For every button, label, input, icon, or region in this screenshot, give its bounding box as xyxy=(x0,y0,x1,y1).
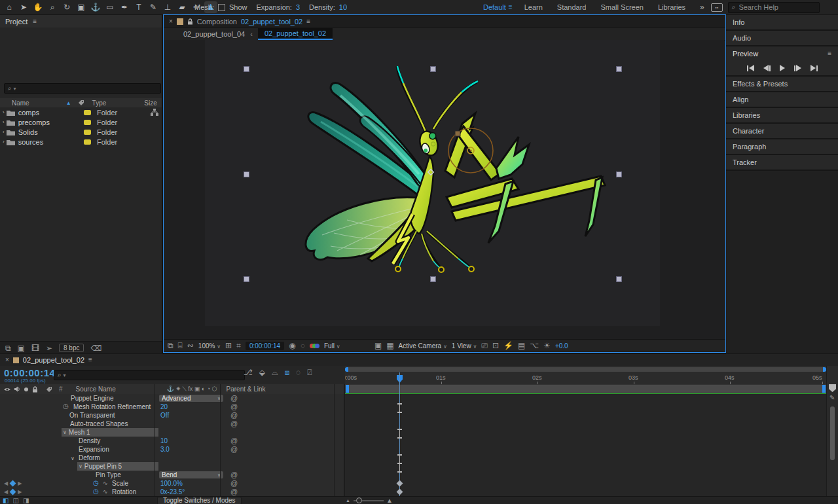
new-composition-icon[interactable]: 🎞 xyxy=(31,344,39,352)
zoom-tool-icon[interactable]: ⌕ xyxy=(46,1,59,13)
interpret-footage-icon[interactable]: ⧉ xyxy=(5,344,11,352)
time-ruler-area[interactable]: 0:00s 01s 02s 03s 04s 05s xyxy=(345,366,826,384)
panel-close-icon[interactable]: × xyxy=(169,18,173,25)
property-row-mesh-1[interactable]: ∨ Mesh 1 xyxy=(0,428,826,437)
layer-handle[interactable] xyxy=(430,66,436,72)
property-row-rotation[interactable]: ◀ ▶ ◷ ∿ Rotation 0x-23.5° @ xyxy=(0,488,826,497)
guides-grid-icon[interactable]: ⊞ xyxy=(225,342,232,350)
timeline-zoom-slider-knob[interactable] xyxy=(356,497,362,503)
camera-tool-icon[interactable]: ▣ xyxy=(75,1,88,13)
pixel-aspect-icon[interactable]: ⊡ xyxy=(492,342,499,350)
label-color-chip[interactable] xyxy=(84,110,91,115)
workspace-overflow-icon[interactable]: » xyxy=(700,3,704,12)
layer-handle[interactable] xyxy=(244,171,249,177)
search-help-input[interactable]: ⌕ Search Help xyxy=(728,2,820,13)
lock-column-icon[interactable] xyxy=(32,386,38,393)
table-row[interactable]: › Solids Folder xyxy=(0,127,162,137)
label-column-icon[interactable] xyxy=(46,386,52,393)
sort-ascending-icon[interactable]: ▲ xyxy=(66,100,71,106)
property-row-mesh-rotation-refinement[interactable]: ◷ Mesh Rotation Refinement 20 @ xyxy=(0,403,826,412)
twirl-icon[interactable]: › xyxy=(3,119,5,125)
project-search-input[interactable]: ⌕ ▾ xyxy=(4,83,161,94)
next-keyframe-icon[interactable]: ▶ xyxy=(18,480,22,486)
workspace-tab-small-screen[interactable]: Small Screen xyxy=(601,3,644,11)
workspace-switcher-icon[interactable]: ▪▪ xyxy=(711,3,723,12)
panel-tab-paragraph[interactable]: Paragraph xyxy=(726,139,838,155)
timeline-button-icon[interactable]: ▤ xyxy=(518,342,525,350)
project-panel-menu-icon[interactable]: ≡ xyxy=(33,18,37,25)
twirl-icon[interactable]: › xyxy=(3,129,5,135)
current-time-field[interactable]: 0:00:00:14 xyxy=(246,342,284,350)
expand-layer-switches-icon[interactable]: ◧ xyxy=(3,497,9,504)
time-navigator-bar[interactable] xyxy=(345,367,826,372)
brush-tool-icon[interactable]: ✎ xyxy=(147,1,160,13)
graph-icon[interactable]: ∿ xyxy=(103,480,108,486)
panel-tab-effects-presets[interactable]: Effects & Presets xyxy=(726,77,838,92)
comp-mini-flowchart-icon[interactable]: ⎇ xyxy=(244,369,253,376)
panel-tab-tracker[interactable]: Tracker xyxy=(726,155,838,171)
property-row-density[interactable]: Density 10 @ xyxy=(0,437,826,446)
render-queue-icon[interactable]: ➢ xyxy=(46,344,52,352)
layer-handle[interactable] xyxy=(430,276,436,282)
property-row-on-transparent[interactable]: On Transparent Off @ xyxy=(0,411,826,420)
pan-behind-tool-icon[interactable]: ⚓ xyxy=(89,1,102,13)
property-value[interactable]: 20 xyxy=(160,403,168,410)
pick-whip-icon[interactable]: @ xyxy=(230,471,238,478)
expand-transfer-controls-icon[interactable]: ◫ xyxy=(12,497,18,504)
parent-link-column[interactable]: Parent & Link xyxy=(227,386,266,393)
comp-button-icon[interactable]: ✎ xyxy=(829,395,835,401)
add-keyframe-icon[interactable] xyxy=(10,489,16,495)
roi-icon[interactable]: ▣ xyxy=(374,342,382,350)
eraser-tool-icon[interactable]: ▰ xyxy=(175,1,189,13)
reset-exposure-icon[interactable]: ☀ xyxy=(543,342,551,350)
property-row-pin-type[interactable]: Pin Type Bend∨ @ xyxy=(0,471,826,480)
video-eye-icon[interactable] xyxy=(3,387,11,392)
expansion-value[interactable]: 3 xyxy=(296,3,300,11)
rotation-tool-icon[interactable]: ↻ xyxy=(60,1,73,13)
panel-tab-character[interactable]: Character xyxy=(726,124,838,139)
label-column-tag-icon[interactable] xyxy=(78,99,84,106)
workspace-tab-standard[interactable]: Standard xyxy=(557,3,587,11)
panel-tab-audio[interactable]: Audio xyxy=(726,31,838,46)
stopwatch-icon-active[interactable]: ◷ xyxy=(93,488,99,495)
layer-handle[interactable] xyxy=(616,171,622,177)
vr-view-icon[interactable]: ∾ xyxy=(187,342,194,350)
previous-frame-button[interactable] xyxy=(763,65,771,71)
pick-whip-icon[interactable]: @ xyxy=(230,420,238,427)
show-channel-icon[interactable] xyxy=(310,344,319,348)
transparency-grid-icon[interactable]: ▦ xyxy=(386,342,393,350)
property-value[interactable]: Off xyxy=(160,412,169,419)
source-name-column[interactable]: Source Name xyxy=(76,386,116,393)
puppet-engine-dropdown[interactable]: Advanced∨ xyxy=(159,395,223,402)
project-col-type[interactable]: Type xyxy=(92,99,107,107)
work-area-bar[interactable] xyxy=(345,384,828,393)
table-row[interactable]: › comps Folder xyxy=(0,107,162,117)
hand-tool-icon[interactable]: ✋ xyxy=(31,1,45,13)
vertical-scrollbar[interactable] xyxy=(830,406,835,460)
draft-3d-icon[interactable]: ⬙ xyxy=(259,369,265,376)
project-col-name[interactable]: Name xyxy=(12,99,29,107)
twirl-icon[interactable]: ∨ xyxy=(79,463,82,469)
property-row-puppet-pin-5[interactable]: ∨ Puppet Pin 5 xyxy=(0,462,826,471)
work-area-end[interactable] xyxy=(822,385,826,393)
mesh-show-checkbox[interactable] xyxy=(218,4,225,11)
color-depth-button[interactable]: 8 bpc xyxy=(59,344,84,352)
add-keyframe-icon[interactable] xyxy=(10,480,16,487)
pick-whip-icon[interactable]: @ xyxy=(230,394,238,402)
twirl-icon[interactable]: › xyxy=(3,139,5,145)
mask-visibility-icon[interactable]: ⌗ xyxy=(236,342,241,350)
view-layout-3d-dropdown[interactable]: Active Camera ∨ xyxy=(399,342,447,350)
panel-tab-align[interactable]: Align xyxy=(726,92,838,108)
twirl-icon[interactable]: › xyxy=(3,109,5,115)
breadcrumb-comp-02-active[interactable]: 02_puppet_tool_02 xyxy=(258,28,333,40)
panel-tab-libraries[interactable]: Libraries xyxy=(726,108,838,124)
audio-speaker-icon[interactable] xyxy=(14,386,20,392)
layer-handle[interactable] xyxy=(616,276,622,282)
label-color-chip[interactable] xyxy=(84,130,91,135)
first-frame-button[interactable] xyxy=(747,65,754,71)
panel-tab-info[interactable]: Info xyxy=(726,15,838,31)
current-timecode[interactable]: 0:00:00:14 xyxy=(4,367,55,378)
preview-menu-icon[interactable]: ≡ xyxy=(828,50,831,57)
pick-whip-icon[interactable]: @ xyxy=(230,445,238,453)
project-col-size[interactable]: Size xyxy=(144,99,156,107)
